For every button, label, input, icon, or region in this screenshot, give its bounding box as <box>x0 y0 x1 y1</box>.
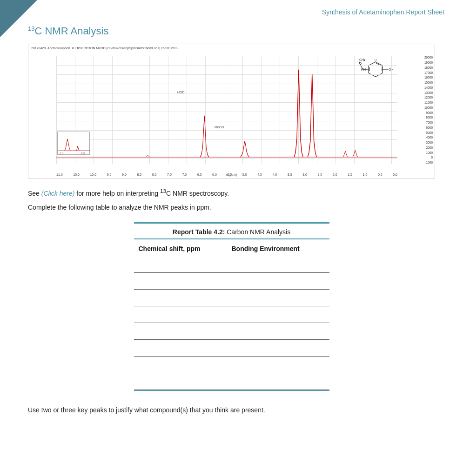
table-bottom-border <box>134 390 329 391</box>
para-table-instruction: Complete the following table to analyze … <box>28 202 435 212</box>
table-row <box>134 357 329 373</box>
chart-grid-lines <box>56 56 397 164</box>
bonding-env-cell[interactable] <box>227 290 329 306</box>
table-row <box>134 340 329 357</box>
bonding-env-cell[interactable] <box>227 273 329 290</box>
chemical-shift-cell[interactable] <box>134 323 227 340</box>
hod-annotation: HOD <box>177 91 185 94</box>
bonding-env-cell[interactable] <box>227 323 329 340</box>
chemical-shift-cell[interactable] <box>134 256 227 273</box>
bonding-env-cell[interactable] <box>227 373 329 390</box>
section-title: 13C NMR Analysis <box>28 25 435 37</box>
main-content: 13C NMR Analysis 20170429_Acetaminophen_… <box>0 20 463 434</box>
click-here-link[interactable]: (Click here) <box>41 190 75 197</box>
table-row <box>134 373 329 390</box>
chemical-shift-cell[interactable] <box>134 273 227 290</box>
chemical-shift-cell[interactable] <box>134 290 227 306</box>
decorative-triangle <box>0 0 37 37</box>
table-title: Report Table 4.2: Carbon NMR Analysis <box>134 224 329 238</box>
chemical-shift-cell[interactable] <box>134 340 227 357</box>
nmr-peaks-svg <box>56 56 397 164</box>
col1-header: Chemical shift, ppm <box>134 239 227 256</box>
chart-file-text: 20170429_Acetaminophen_H1.fid PROTON MeO… <box>31 46 178 50</box>
bonding-env-cell[interactable] <box>227 340 329 357</box>
meod-annotation: MeOD <box>215 126 224 129</box>
nmr-table-section: Report Table 4.2: Carbon NMR Analysis Ch… <box>28 222 435 391</box>
page-header: Synthesis of Acetaminophen Report Sheet <box>0 0 463 20</box>
chemical-shift-cell[interactable] <box>134 373 227 390</box>
table-header-row: Chemical shift, ppm Bonding Environment <box>134 239 329 256</box>
nmr-chart: 20170429_Acetaminophen_H1.fid PROTON MeO… <box>28 44 435 178</box>
svg-text:9.5: 9.5 <box>81 152 85 155</box>
x-axis-unit: n (ppm) <box>226 173 237 176</box>
nmr-data-table: Chemical shift, ppm Bonding Environment <box>134 239 329 390</box>
table-row <box>134 306 329 323</box>
bonding-env-cell[interactable] <box>227 357 329 373</box>
para-nmr-help: See (Click here) for more help on interp… <box>28 187 435 198</box>
chemical-shift-cell[interactable] <box>134 306 227 323</box>
chart-grid-area <box>56 56 397 164</box>
table-row <box>134 256 329 273</box>
inset-zoom-box: 1.0 9.5 <box>57 132 90 155</box>
chemical-shift-cell[interactable] <box>134 357 227 373</box>
y-axis-labels: 20000 19000 18000 17000 16000 15000 1400… <box>397 56 435 164</box>
svg-text:1.0: 1.0 <box>60 152 64 155</box>
bonding-env-cell[interactable] <box>227 306 329 323</box>
page-title: Synthesis of Acetaminophen Report Sheet <box>322 8 444 16</box>
table-row <box>134 323 329 340</box>
table-row <box>134 273 329 290</box>
footer-text: Use two or three key peaks to justify wh… <box>28 405 435 415</box>
bonding-env-cell[interactable] <box>227 256 329 273</box>
col2-header: Bonding Environment <box>227 239 329 256</box>
table-row <box>134 290 329 306</box>
